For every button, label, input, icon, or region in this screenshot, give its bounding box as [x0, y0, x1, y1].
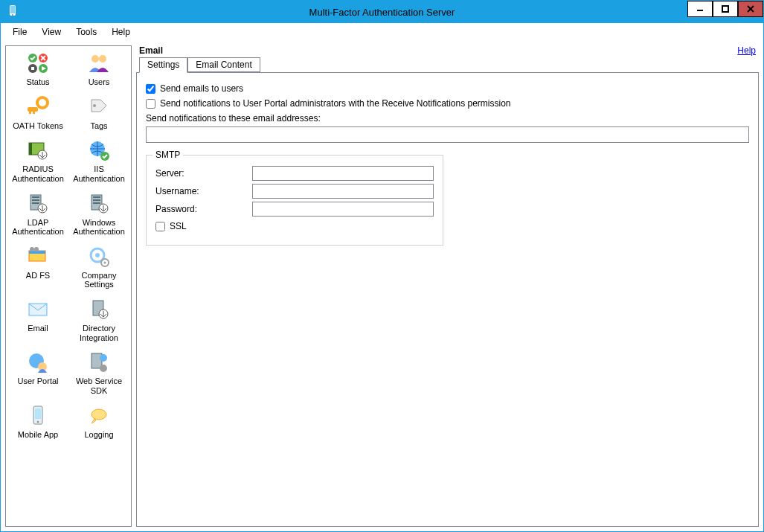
send-notifications-checkbox[interactable] — [146, 99, 155, 109]
email-addresses-input[interactable] — [146, 126, 749, 143]
sidebar-item-company-settings[interactable]: Company Settings — [68, 243, 129, 291]
svg-rect-1 — [10, 6, 15, 13]
svg-rect-10 — [31, 67, 34, 70]
sidebar-item-user-portal[interactable]: User Portal — [7, 348, 68, 397]
smtp-username-label: Username: — [155, 186, 252, 196]
app-icon — [4, 3, 22, 21]
smtp-ssl-checkbox[interactable] — [155, 222, 165, 231]
sidebar-item-label: IIS Authentication — [68, 164, 129, 183]
smtp-ssl-label: SSL — [170, 221, 187, 231]
smtp-password-input[interactable] — [252, 202, 434, 217]
svg-rect-33 — [93, 202, 100, 204]
tab-email-content[interactable]: Email Content — [187, 57, 260, 72]
iis-icon — [87, 138, 111, 163]
ldap-icon — [26, 191, 50, 217]
menu-view[interactable]: View — [34, 25, 68, 39]
svg-rect-26 — [32, 196, 39, 198]
svg-point-40 — [95, 253, 100, 257]
smtp-username-input[interactable] — [252, 184, 434, 199]
email-icon — [26, 297, 50, 322]
settings-panel: Send emails to users Send notifications … — [136, 72, 759, 527]
titlebar: Multi-Factor Authentication Server — [1, 1, 763, 23]
svg-point-54 — [92, 409, 106, 420]
sidebar-item-windows-auth[interactable]: Windows Authentication — [68, 190, 129, 238]
sidebar-item-label: Status — [26, 77, 49, 87]
svg-point-49 — [100, 354, 107, 362]
company-settings-icon — [87, 244, 111, 269]
sidebar-item-label: RADIUS Authentication — [7, 164, 68, 183]
smtp-group-title: SMTP — [153, 150, 183, 160]
status-icon — [26, 51, 50, 76]
svg-rect-17 — [29, 112, 31, 114]
svg-point-42 — [104, 261, 106, 263]
sidebar-item-email[interactable]: Email — [7, 295, 68, 344]
svg-rect-27 — [32, 199, 39, 201]
oath-tokens-icon — [26, 94, 50, 120]
smtp-groupbox: SMTP Server: Username: Password: — [146, 155, 443, 246]
menubar: File View Tools Help — [1, 23, 763, 41]
svg-point-38 — [34, 247, 39, 251]
logging-icon — [87, 403, 111, 429]
sidebar-item-label: User Portal — [17, 376, 58, 386]
sidebar-item-label: Tags — [90, 121, 107, 131]
svg-rect-16 — [28, 107, 38, 112]
sidebar-item-tags[interactable]: Tags — [68, 93, 129, 132]
send-emails-label: Send emails to users — [160, 83, 243, 94]
tab-settings[interactable]: Settings — [139, 57, 187, 73]
send-emails-checkbox[interactable] — [146, 84, 155, 94]
main-panel: Email Help Settings Email Content Send e… — [136, 45, 759, 527]
menu-file[interactable]: File — [5, 25, 34, 39]
app-window: Multi-Factor Authentication Server File … — [0, 0, 764, 532]
menu-tools[interactable]: Tools — [68, 25, 104, 39]
svg-rect-28 — [32, 202, 39, 204]
sidebar-item-label: OATH Tokens — [13, 121, 62, 131]
web-service-sdk-icon — [87, 350, 111, 375]
svg-point-14 — [99, 55, 106, 63]
sidebar-item-users[interactable]: Users — [68, 49, 129, 89]
svg-point-50 — [100, 365, 107, 372]
sidebar-item-label: LDAP Authentication — [7, 218, 68, 237]
sidebar: Status Users — [5, 45, 132, 527]
svg-rect-4 — [722, 6, 728, 12]
maximize-button[interactable] — [713, 1, 738, 17]
window-controls — [687, 1, 763, 23]
smtp-server-label: Server: — [155, 168, 252, 179]
window-title: Multi-Factor Authentication Server — [1, 7, 763, 18]
sidebar-item-web-service-sdk[interactable]: Web Service SDK — [68, 348, 129, 397]
svg-point-15 — [37, 97, 48, 108]
sidebar-item-label: Logging — [84, 430, 113, 440]
email-addresses-label: Send notifications to these email addres… — [146, 113, 749, 124]
close-button[interactable] — [738, 1, 763, 17]
sidebar-item-label: Directory Integration — [68, 324, 129, 342]
sidebar-item-status[interactable]: Status — [7, 49, 68, 89]
page-title: Email — [139, 45, 163, 56]
sidebar-item-directory-integration[interactable]: Directory Integration — [68, 295, 129, 344]
svg-rect-18 — [33, 112, 35, 114]
svg-point-13 — [92, 55, 99, 63]
sidebar-item-oath-tokens[interactable]: OATH Tokens — [7, 93, 68, 132]
menu-help[interactable]: Help — [104, 25, 138, 39]
sidebar-item-label: Email — [28, 324, 48, 333]
svg-rect-32 — [93, 199, 100, 201]
windows-auth-icon — [87, 191, 111, 217]
svg-rect-31 — [93, 196, 100, 198]
directory-integration-icon — [87, 297, 111, 322]
minimize-button[interactable] — [687, 1, 713, 17]
sidebar-item-iis-auth[interactable]: IIS Authentication — [68, 136, 129, 185]
sidebar-item-adfs[interactable]: AD FS — [7, 243, 68, 291]
sidebar-item-radius-auth[interactable]: RADIUS Authentication — [7, 136, 68, 185]
sidebar-item-label: Mobile App — [18, 430, 58, 440]
smtp-server-input[interactable] — [252, 166, 434, 181]
radius-icon — [26, 138, 50, 163]
sidebar-item-label: Users — [89, 77, 110, 87]
send-notifications-label: Send notifications to User Portal admini… — [160, 98, 511, 109]
sidebar-item-mobile-app[interactable]: Mobile App — [7, 402, 68, 441]
sidebar-item-logging[interactable]: Logging — [68, 402, 129, 441]
user-portal-icon — [26, 350, 50, 375]
help-link[interactable]: Help — [737, 45, 756, 56]
svg-rect-52 — [35, 408, 41, 419]
sidebar-item-ldap-auth[interactable]: LDAP Authentication — [7, 190, 68, 238]
sidebar-item-label: Windows Authentication — [68, 218, 129, 237]
sidebar-item-label: Company Settings — [68, 271, 129, 289]
sidebar-item-label: AD FS — [26, 271, 50, 281]
